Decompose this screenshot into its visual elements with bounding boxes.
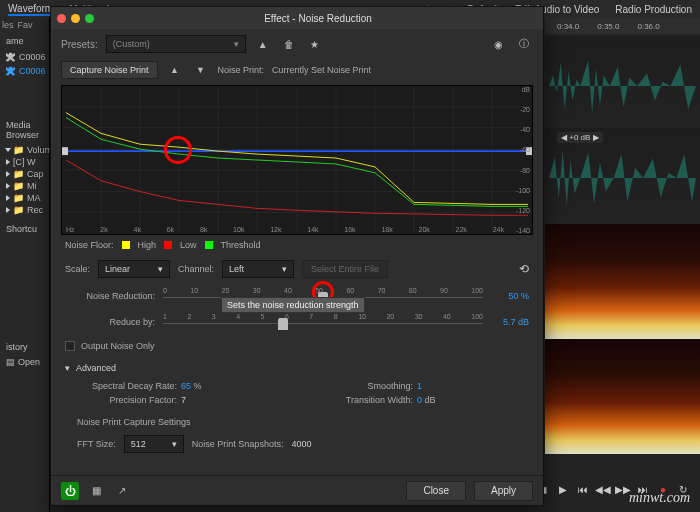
smoothing-value[interactable]: 1 — [417, 381, 422, 391]
chevron-down-icon: ▾ — [65, 363, 70, 373]
slider-tooltip: Sets the noise reduction strength — [221, 297, 365, 313]
workspace-radio[interactable]: Radio Production — [615, 4, 692, 15]
tree-item[interactable]: 📁Mi — [0, 180, 49, 192]
snapshots-label: Noise Print Snapshots: — [192, 439, 284, 449]
legend-low: Low — [180, 240, 197, 250]
skip-back-button[interactable]: ⏮ — [576, 482, 590, 496]
legend-low-swatch — [164, 241, 172, 249]
info-button[interactable]: ⓘ — [515, 35, 533, 53]
advanced-toggle[interactable]: ▾ Advanced — [51, 357, 543, 379]
precision-label: Precision Factor: — [77, 395, 177, 405]
effect-power-button[interactable]: ⏻ — [61, 482, 79, 500]
tree-volumes[interactable]: 📁Volume: — [0, 144, 49, 156]
noise-print-label: Noise Print: — [218, 65, 265, 75]
close-window-icon[interactable] — [57, 14, 66, 23]
reduce-by-slider[interactable]: 1234567810203040100 — [163, 313, 483, 331]
panel-shortcuts[interactable]: Shortcu — [0, 220, 49, 238]
slider-thumb[interactable] — [278, 318, 288, 330]
waveform-top[interactable] — [545, 36, 700, 126]
tree-item[interactable]: [C] W — [0, 156, 49, 168]
column-name: ame — [0, 32, 49, 50]
output-noise-checkbox[interactable] — [65, 341, 75, 351]
scale-dropdown[interactable]: Linear▾ — [98, 260, 170, 278]
spectrogram[interactable] — [545, 224, 700, 454]
delete-preset-button[interactable]: 🗑 — [280, 35, 298, 53]
reset-icon[interactable]: ⟲ — [519, 262, 529, 276]
capture-noise-print-button[interactable]: Capture Noise Print — [61, 61, 158, 79]
chevron-down-icon: ▾ — [172, 439, 177, 449]
select-entire-file-button[interactable]: Select Entire File — [302, 260, 388, 278]
waveform-shape — [549, 61, 696, 114]
waveform-shape — [549, 150, 696, 206]
panel-media-browser[interactable]: Media Browser — [0, 116, 49, 144]
dialog-title: Effect - Noise Reduction — [99, 13, 537, 24]
noise-floor-label: Noise Floor: — [65, 240, 114, 250]
save-noiseprint-icon[interactable]: ▲ — [166, 61, 184, 79]
legend-high-swatch — [122, 241, 130, 249]
favorite-button[interactable]: ★ — [306, 35, 324, 53]
tab-files[interactable]: les — [2, 20, 14, 30]
reduce-by-label: Reduce by: — [65, 317, 155, 327]
watermark-text: minwt.com — [629, 490, 690, 506]
noise-reduction-value[interactable]: 50 % — [491, 291, 529, 301]
play-button[interactable]: ▶ — [556, 482, 570, 496]
waveform-main[interactable]: ◀ +0 dB ▶ — [545, 128, 700, 218]
file-item[interactable]: 🞴C0006 — [0, 50, 49, 64]
tree-item[interactable]: 📁MA — [0, 192, 49, 204]
scale-label: Scale: — [65, 264, 90, 274]
minimize-window-icon[interactable] — [71, 14, 80, 23]
tab-favorites[interactable]: Fav — [18, 20, 33, 30]
np-capture-settings-label: Noise Print Capture Settings — [51, 413, 543, 431]
noise-reduction-dialog: Effect - Noise Reduction Presets: (Custo… — [50, 6, 544, 506]
precision-value[interactable]: 7 — [181, 395, 186, 405]
preview-editor-icon[interactable]: ▦ — [87, 482, 105, 500]
dialog-titlebar[interactable]: Effect - Noise Reduction — [51, 7, 543, 29]
rewind-button[interactable]: ◀◀ — [596, 482, 610, 496]
editor-panel: 0:34.00:35.00:36.0 ◀ +0 dB ▶ ◼ ▶ ⏮ — [545, 18, 700, 512]
reduce-by-value[interactable]: 5.7 dB — [491, 317, 529, 327]
tree-item[interactable]: 📁Cap — [0, 168, 49, 180]
presets-dropdown[interactable]: (Custom)▾ — [106, 35, 246, 53]
tree-item[interactable]: 📁Rec — [0, 204, 49, 216]
chevron-down-icon: ▾ — [158, 264, 163, 274]
channel-label: Channel: — [178, 264, 214, 274]
legend-threshold: Threshold — [221, 240, 261, 250]
noise-reduction-label: Noise Reduction: — [65, 291, 155, 301]
export-icon[interactable]: ↗ — [113, 482, 131, 500]
mode-waveform[interactable]: Waveform — [8, 3, 53, 16]
close-button[interactable]: Close — [406, 481, 466, 501]
x-axis-labels: Hz2k4k6k8k10k12k14k16k18k20k22k24k — [62, 226, 508, 233]
output-noise-label: Output Noise Only — [81, 341, 155, 351]
panel-history[interactable]: istory — [0, 338, 49, 356]
left-panel: les Fav ame 🞴C0006 🞴C0006 Media Browser … — [0, 18, 50, 512]
maximize-window-icon[interactable] — [85, 14, 94, 23]
save-preset-button[interactable]: ▲ — [254, 35, 272, 53]
history-open-item[interactable]: ▤Open — [0, 356, 49, 368]
chevron-down-icon: ▾ — [282, 264, 287, 274]
preview-toggle-button[interactable]: ◉ — [489, 35, 507, 53]
noise-print-value: Currently Set Noise Print — [272, 65, 371, 75]
chevron-down-icon: ▾ — [234, 39, 239, 49]
forward-button[interactable]: ▶▶ — [616, 482, 630, 496]
snapshots-value[interactable]: 4000 — [291, 439, 311, 449]
spectral-decay-label: Spectral Decay Rate: — [77, 381, 177, 391]
legend-threshold-swatch — [205, 241, 213, 249]
channel-dropdown[interactable]: Left▾ — [222, 260, 294, 278]
threshold-handle-left — [62, 147, 68, 155]
spectral-decay-value[interactable]: 65 — [181, 381, 191, 391]
presets-label: Presets: — [61, 39, 98, 50]
file-item[interactable]: 🞴C0006 — [0, 64, 49, 78]
y-axis-labels: dB-20-40-60-80-100-120-140 — [516, 86, 530, 234]
load-noiseprint-icon[interactable]: ▼ — [192, 61, 210, 79]
annotation-circle — [164, 136, 192, 164]
legend-high: High — [138, 240, 157, 250]
fft-size-label: FFT Size: — [77, 439, 116, 449]
apply-button[interactable]: Apply — [474, 481, 533, 501]
timeline-ruler[interactable]: 0:34.00:35.00:36.0 — [545, 18, 700, 34]
transition-label: Transition Width: — [313, 395, 413, 405]
transition-value[interactable]: 0 — [417, 395, 422, 405]
smoothing-label: Smoothing: — [313, 381, 413, 391]
noise-floor-graph[interactable]: dB-20-40-60-80-100-120-140 Hz2k4k6k8k10k… — [61, 85, 533, 235]
fft-size-dropdown[interactable]: 512▾ — [124, 435, 184, 453]
